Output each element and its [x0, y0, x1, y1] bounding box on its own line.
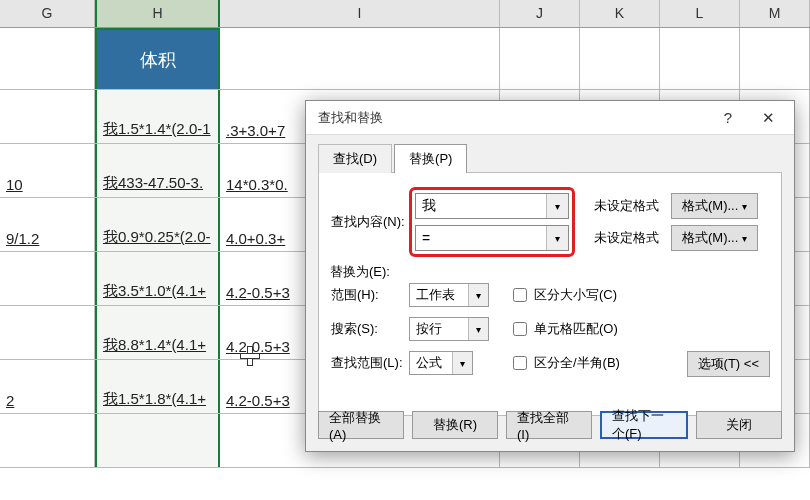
chevron-down-icon[interactable]: ▾ — [546, 226, 568, 250]
col-header-j[interactable]: J — [500, 0, 580, 27]
find-label: 查找内容(N): — [331, 213, 409, 231]
col-header-m[interactable]: M — [740, 0, 810, 27]
cell[interactable] — [95, 414, 220, 467]
no-format-label: 未设定格式 — [589, 197, 663, 215]
dialog-title: 查找和替换 — [318, 109, 708, 127]
cell[interactable]: 我8.8*1.4*(4.1+ — [95, 306, 220, 359]
tab-find[interactable]: 查找(D) — [318, 144, 392, 173]
match-case-checkbox[interactable]: 区分大小写(C) — [509, 285, 769, 305]
cell[interactable] — [0, 252, 95, 305]
find-combo: ▾ — [415, 193, 569, 219]
cell[interactable] — [660, 28, 740, 89]
col-header-g[interactable]: G — [0, 0, 95, 27]
col-header-i[interactable]: I — [220, 0, 500, 27]
cell[interactable]: 我0.9*0.25*(2.0- — [95, 198, 220, 251]
lookin-select[interactable]: 公式 ▾ — [409, 351, 473, 375]
caret-down-icon: ▾ — [742, 233, 747, 244]
close-button[interactable]: ✕ — [748, 103, 788, 133]
find-next-button[interactable]: 查找下一个(F) — [600, 411, 688, 439]
dialog-button-row: 全部替换(A) 替换(R) 查找全部(I) 查找下一个(F) 关闭 — [318, 411, 782, 439]
chevron-down-icon: ▾ — [452, 352, 472, 374]
col-header-h[interactable]: H — [95, 0, 220, 27]
dialog-tabs: 查找(D) 替换(P) — [306, 135, 794, 172]
cell[interactable] — [500, 28, 580, 89]
search-label: 搜索(S): — [331, 320, 409, 338]
find-input[interactable] — [416, 194, 546, 218]
close-dialog-button[interactable]: 关闭 — [696, 411, 782, 439]
highlight-box: ▾ ▾ — [409, 187, 575, 257]
scope-label: 范围(H): — [331, 286, 409, 304]
cell[interactable]: 2 — [0, 360, 95, 413]
replace-combo: ▾ — [415, 225, 569, 251]
help-button[interactable]: ? — [708, 103, 748, 133]
cell[interactable]: 10 — [0, 144, 95, 197]
chevron-down-icon: ▾ — [468, 284, 488, 306]
column-header-row: G H I J K L M — [0, 0, 810, 28]
replace-button[interactable]: 替换(R) — [412, 411, 498, 439]
checkbox-icon[interactable] — [513, 356, 527, 370]
find-all-button[interactable]: 查找全部(I) — [506, 411, 592, 439]
col-header-l[interactable]: L — [660, 0, 740, 27]
cell[interactable] — [0, 28, 95, 89]
chevron-down-icon: ▾ — [468, 318, 488, 340]
scope-select[interactable]: 工作表 ▾ — [409, 283, 489, 307]
cell[interactable]: 我1.5*1.4*(2.0-1 — [95, 90, 220, 143]
cell[interactable]: 9/1.2 — [0, 198, 95, 251]
cell[interactable] — [0, 306, 95, 359]
chevron-down-icon[interactable]: ▾ — [546, 194, 568, 218]
h-title-cell[interactable]: 体积 — [95, 28, 220, 89]
cell[interactable]: 我1.5*1.8*(4.1+ — [95, 360, 220, 413]
find-replace-dialog: 查找和替换 ? ✕ 查找(D) 替换(P) 查找内容(N): ▾ ▾ 未设定格式 — [305, 100, 795, 452]
replace-all-button[interactable]: 全部替换(A) — [318, 411, 404, 439]
table-title-row: 体积 — [0, 28, 810, 90]
cell[interactable] — [0, 90, 95, 143]
caret-down-icon: ▾ — [742, 201, 747, 212]
find-row: 查找内容(N): ▾ ▾ 未设定格式 格式(M)...▾ — [331, 187, 769, 257]
cell[interactable] — [740, 28, 810, 89]
checkbox-icon[interactable] — [513, 288, 527, 302]
cell[interactable]: 我433-47.50-3. — [95, 144, 220, 197]
checkbox-icon[interactable] — [513, 322, 527, 336]
col-header-k[interactable]: K — [580, 0, 660, 27]
cell[interactable] — [0, 414, 95, 467]
no-format-label: 未设定格式 — [589, 229, 663, 247]
search-select[interactable]: 按行 ▾ — [409, 317, 489, 341]
dialog-titlebar: 查找和替换 ? ✕ — [306, 101, 794, 135]
tab-replace[interactable]: 替换(P) — [394, 144, 467, 173]
format-button-replace[interactable]: 格式(M)...▾ — [671, 225, 758, 251]
options-toggle-button[interactable]: 选项(T) << — [687, 351, 770, 377]
lookin-label: 查找范围(L): — [331, 354, 409, 372]
cell[interactable] — [220, 28, 500, 89]
cell[interactable]: 我3.5*1.0*(4.1+ — [95, 252, 220, 305]
replace-input[interactable] — [416, 226, 546, 250]
replace-panel: 查找内容(N): ▾ ▾ 未设定格式 格式(M)...▾ — [318, 172, 782, 416]
replace-label: 替换为(E): — [330, 263, 390, 281]
match-whole-checkbox[interactable]: 单元格匹配(O) — [509, 319, 769, 339]
format-button-find[interactable]: 格式(M)...▾ — [671, 193, 758, 219]
cell[interactable] — [580, 28, 660, 89]
